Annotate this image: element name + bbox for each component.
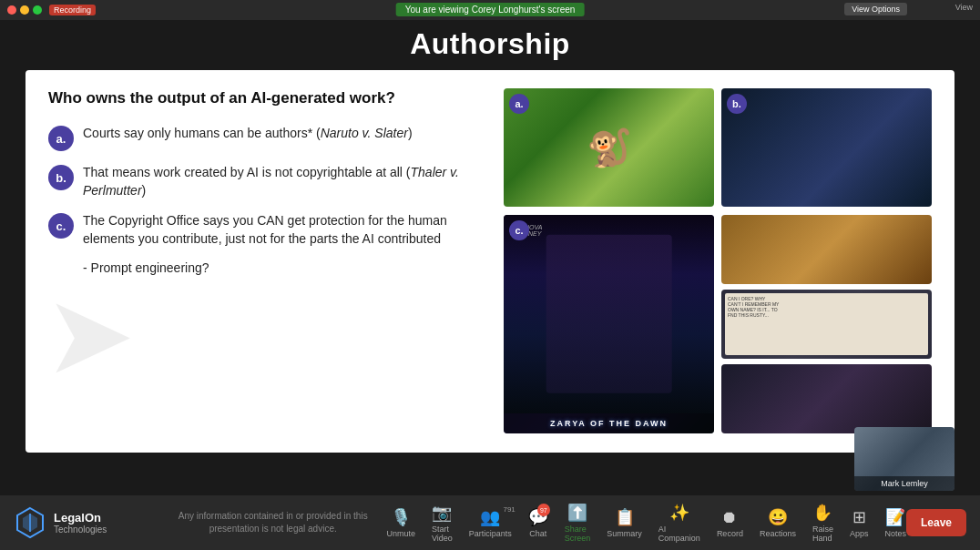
apps-icon: ⊞	[852, 507, 866, 527]
monkey-image	[504, 88, 714, 207]
bottom-toolbar: LegalOn Technologies Any information con…	[0, 495, 980, 550]
image-label-b: b.	[727, 94, 747, 114]
participants-button[interactable]: 👥 Participants 791	[469, 507, 512, 538]
image-label-a: a.	[509, 94, 529, 114]
apps-label: Apps	[850, 529, 869, 538]
zarya-title: ZARYA OF THE DAWN	[504, 413, 714, 433]
minimize-dot	[20, 5, 29, 15]
zarya-image: AITANOVAJOURNEY ZARYA OF THE DAWN	[504, 215, 714, 433]
share-screen-button[interactable]: ⬆️ Share Screen	[565, 503, 591, 543]
bullet-item-c: c. The Copyright Office says you CAN get…	[48, 212, 485, 248]
raise-hand-label: Raise Hand	[812, 525, 833, 543]
bottom-images: c. AITANOVAJOURNEY ZARYA OF THE DAWN	[504, 215, 932, 434]
summary-label: Summary	[607, 529, 642, 538]
forest-image	[721, 88, 932, 207]
notes-button[interactable]: 📝 Notes	[884, 507, 906, 538]
logo-text: LegalOn Technologies	[54, 511, 107, 535]
apps-button[interactable]: ⊞ Apps	[850, 507, 869, 538]
bullet-text-c: The Copyright Office says you CAN get pr…	[83, 212, 485, 248]
reactions-icon: 😀	[768, 507, 788, 527]
reactions-label: Reactions	[760, 529, 796, 538]
logo-name: LegalOn	[54, 511, 107, 525]
image-note: CAN I ORE? WHYCAN'T I REMEMBER MYOWN NAM…	[721, 290, 932, 359]
notes-label: Notes	[884, 529, 906, 538]
logo-area: LegalOn Technologies	[14, 506, 159, 539]
image-block-c: c. AITANOVAJOURNEY ZARYA OF THE DAWN	[504, 215, 714, 433]
slide-right: a. b. c. AITANOVAJOURNEY	[504, 88, 932, 434]
recording-badge: Recording	[49, 5, 96, 15]
share-screen-icon: ⬆️	[567, 503, 587, 523]
leave-button[interactable]: Leave	[906, 509, 966, 536]
participants-label: Participants	[469, 529, 512, 538]
view-button[interactable]: View	[955, 3, 973, 12]
ai-companion-button[interactable]: ✨ AI Companion	[658, 503, 700, 543]
image-block-a: a.	[504, 88, 714, 207]
slide-container: Who owns the output of an AI-generated w…	[26, 70, 954, 453]
video-icon: 📷	[432, 503, 452, 523]
image-portrait	[721, 364, 932, 433]
raise-hand-button[interactable]: ✋ Raise Hand	[812, 503, 833, 543]
window-controls	[7, 5, 42, 15]
reactions-button[interactable]: 😀 Reactions	[760, 507, 796, 538]
chat-button[interactable]: 💬 Chat 97	[528, 507, 548, 538]
image-label-c: c.	[509, 220, 529, 240]
self-view-name: Mark Lemley	[854, 476, 954, 491]
unmute-button[interactable]: 🎙️ Unmute	[386, 507, 415, 538]
bullet-circle-b: b.	[48, 165, 74, 190]
main-content: Authorship Who owns the output of an AI-…	[0, 20, 980, 495]
participants-icon: 👥	[480, 507, 500, 527]
unmute-label: Unmute	[386, 529, 415, 538]
bullet-text-b: That means work created by AI is not cop…	[83, 164, 485, 199]
microphone-icon: 🎙️	[391, 507, 411, 527]
bullet-text-a: Courts say only humans can be authors* (…	[83, 125, 413, 143]
record-button[interactable]: ⏺ Record	[717, 508, 743, 538]
right-subgrid: CAN I ORE? WHYCAN'T I REMEMBER MYOWN NAM…	[721, 215, 932, 433]
prompt-line: - Prompt engineering?	[83, 260, 485, 275]
legalon-logo-icon	[14, 506, 46, 539]
bullet-item-b: b. That means work created by AI is not …	[48, 164, 485, 199]
bullet-item-a: a. Courts say only humans can be authors…	[48, 125, 485, 151]
start-video-label: Start Video	[432, 525, 453, 543]
arrow-watermark: ➤	[44, 271, 136, 398]
record-label: Record	[717, 529, 743, 538]
slide-title: Authorship	[410, 27, 570, 61]
bullet-circle-a: a.	[48, 126, 74, 151]
self-view-video: Mark Lemley	[854, 427, 954, 491]
viewing-banner: You are viewing Corey Longhurst's screen	[396, 3, 585, 16]
logo-sub: Technologies	[54, 525, 107, 535]
chat-badge: 97	[537, 504, 550, 516]
maximize-dot	[33, 5, 42, 15]
top-bar: Recording You are viewing Corey Longhurs…	[0, 0, 980, 20]
share-screen-label: Share Screen	[565, 525, 591, 543]
slide-question: Who owns the output of an AI-generated w…	[48, 88, 485, 108]
participant-count: 791	[503, 505, 515, 514]
bullet-circle-c: c.	[48, 213, 74, 239]
start-video-button[interactable]: 📷 Start Video	[432, 503, 453, 543]
summary-button[interactable]: 📋 Summary	[607, 507, 642, 538]
self-view: Mark Lemley	[854, 427, 954, 491]
view-options-button[interactable]: View Options	[844, 3, 907, 15]
image-ruins	[721, 215, 932, 284]
raise-hand-icon: ✋	[812, 503, 832, 523]
disclaimer-text: Any information contained in or provided…	[159, 510, 386, 535]
record-icon: ⏺	[721, 508, 738, 527]
chat-label: Chat	[529, 529, 546, 538]
top-images: a. b.	[504, 88, 932, 207]
ai-companion-icon: ✨	[669, 503, 689, 523]
summary-icon: 📋	[615, 507, 635, 527]
toolbar-items: 🎙️ Unmute 📷 Start Video 👥 Participants 7…	[386, 503, 906, 543]
ai-companion-label: AI Companion	[658, 525, 700, 543]
image-block-b: b.	[721, 88, 932, 207]
notes-icon: 📝	[885, 507, 905, 527]
close-dot	[7, 5, 16, 15]
